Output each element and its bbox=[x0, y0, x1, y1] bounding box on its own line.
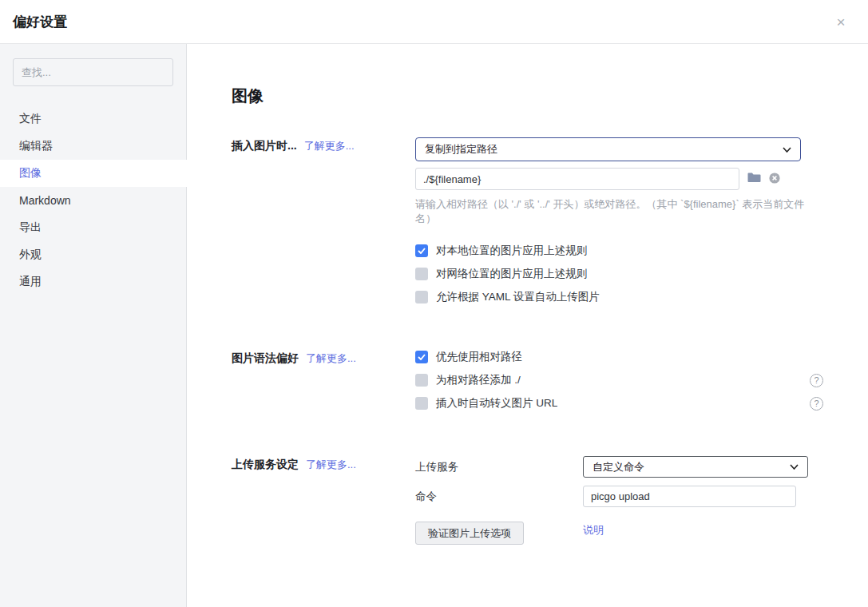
insert-image-label-col: 插入图片时... 了解更多... bbox=[232, 137, 415, 313]
chevron-down-icon bbox=[783, 147, 791, 153]
titlebar: 偏好设置 × bbox=[0, 0, 868, 44]
copy-action-value: 复制到指定路径 bbox=[425, 142, 497, 157]
checkbox-label: 优先使用相对路径 bbox=[436, 350, 522, 364]
upload-service-label: 上传服务 bbox=[415, 460, 583, 474]
section-heading: 图像 bbox=[232, 85, 823, 107]
insert-image-controls: 复制到指定路径 bbox=[415, 137, 823, 313]
upload-service-controls: 上传服务 自定义命令 命令 验证图 bbox=[415, 456, 823, 553]
sidebar-item-general[interactable]: 通用 bbox=[0, 268, 186, 296]
path-hint-text: 请输入相对路径（以 './' 或 '../' 开头）或绝对路径。（其中 `${f… bbox=[415, 197, 823, 226]
upload-service-section: 上传服务设定 了解更多... 上传服务 自定义命令 命令 bbox=[232, 456, 823, 553]
upload-service-label-col: 上传服务设定 了解更多... bbox=[232, 456, 415, 553]
checkbox-row-add-dot-slash[interactable]: 为相对路径添加 ./ ? bbox=[415, 373, 823, 387]
insert-image-section: 插入图片时... 了解更多... 复制到指定路径 bbox=[232, 137, 823, 313]
help-icon[interactable]: ? bbox=[810, 374, 823, 387]
checkbox-label: 允许根据 YAML 设置自动上传图片 bbox=[436, 290, 600, 304]
preferences-window: 偏好设置 × 文件 编辑器 图像 Markdown 导出 外观 通用 图像 插入… bbox=[0, 0, 868, 607]
upload-doc-link[interactable]: 说明 bbox=[583, 523, 604, 538]
sidebar-item-export[interactable]: 导出 bbox=[0, 214, 186, 241]
copy-action-select[interactable]: 复制到指定路径 bbox=[415, 137, 801, 161]
validate-upload-button[interactable]: 验证图片上传选项 bbox=[415, 522, 524, 545]
checkbox-yaml-upload[interactable] bbox=[415, 291, 428, 304]
page-title: 偏好设置 bbox=[13, 13, 67, 31]
sidebar-item-markdown[interactable]: Markdown bbox=[0, 187, 186, 214]
clear-path-button[interactable] bbox=[769, 173, 780, 186]
checkbox-row-escape-url[interactable]: 插入时自动转义图片 URL ? bbox=[415, 396, 823, 411]
image-syntax-label: 图片语法偏好 bbox=[232, 351, 299, 366]
validate-button-cell: 验证图片上传选项 bbox=[415, 515, 583, 545]
syntax-learn-more-link[interactable]: 了解更多... bbox=[306, 351, 356, 366]
sidebar-item-editor[interactable]: 编辑器 bbox=[0, 133, 186, 160]
browse-folder-button[interactable] bbox=[747, 173, 761, 185]
checkbox-label: 对本地位置的图片应用上述规则 bbox=[436, 244, 587, 258]
image-syntax-label-col: 图片语法偏好 了解更多... bbox=[232, 350, 415, 419]
command-label: 命令 bbox=[415, 490, 583, 504]
image-syntax-section: 图片语法偏好 了解更多... 优先使用相对路径 为相对路径添加 ./ ? bbox=[232, 350, 823, 419]
upload-service-section-label: 上传服务设定 bbox=[232, 458, 299, 472]
upload-service-value: 自定义命令 bbox=[593, 460, 644, 474]
insert-learn-more-link[interactable]: 了解更多... bbox=[304, 139, 355, 153]
checkbox-escape-url[interactable] bbox=[415, 397, 428, 410]
dialog-body: 文件 编辑器 图像 Markdown 导出 外观 通用 图像 插入图片时... … bbox=[0, 44, 868, 607]
command-row: 命令 bbox=[415, 486, 823, 507]
upload-learn-more-link[interactable]: 了解更多... bbox=[306, 458, 356, 472]
search-wrap bbox=[0, 58, 186, 86]
command-input[interactable] bbox=[583, 486, 796, 507]
content-panel: 图像 插入图片时... 了解更多... 复制到指定路径 bbox=[187, 44, 868, 607]
checkbox-add-dot-slash[interactable] bbox=[415, 374, 428, 387]
chevron-down-icon bbox=[790, 464, 799, 470]
checkbox-label: 为相对路径添加 ./ bbox=[436, 373, 521, 387]
checkbox-label: 对网络位置的图片应用上述规则 bbox=[436, 267, 587, 281]
checkbox-row-local-rule[interactable]: 对本地位置的图片应用上述规则 bbox=[415, 244, 823, 258]
search-input[interactable] bbox=[13, 58, 173, 86]
sidebar-item-files[interactable]: 文件 bbox=[0, 105, 186, 133]
sidebar-item-image[interactable]: 图像 bbox=[0, 160, 187, 187]
help-icon[interactable]: ? bbox=[810, 397, 823, 411]
checkbox-row-yaml-upload[interactable]: 允许根据 YAML 设置自动上传图片 bbox=[415, 290, 823, 304]
path-row bbox=[415, 168, 823, 190]
checkbox-row-network-rule[interactable]: 对网络位置的图片应用上述规则 bbox=[415, 267, 823, 281]
upload-service-select[interactable]: 自定义命令 bbox=[583, 456, 808, 478]
checkbox-row-prefer-relative[interactable]: 优先使用相对路径 bbox=[415, 350, 823, 364]
sidebar: 文件 编辑器 图像 Markdown 导出 外观 通用 bbox=[0, 44, 187, 607]
checkbox-prefer-relative[interactable] bbox=[415, 351, 428, 363]
path-input[interactable] bbox=[415, 168, 739, 190]
clear-circle-icon bbox=[769, 173, 780, 186]
close-icon: × bbox=[836, 14, 845, 31]
validate-row: 验证图片上传选项 说明 bbox=[415, 515, 823, 545]
image-syntax-controls: 优先使用相对路径 为相对路径添加 ./ ? 插入时自动转义图片 URL ? bbox=[415, 350, 823, 419]
folder-icon bbox=[747, 173, 761, 185]
checkbox-network-rule[interactable] bbox=[415, 268, 428, 280]
upload-service-row: 上传服务 自定义命令 bbox=[415, 456, 823, 478]
checkbox-local-rule[interactable] bbox=[415, 244, 428, 257]
checkbox-label: 插入时自动转义图片 URL bbox=[436, 396, 557, 411]
close-button[interactable]: × bbox=[831, 13, 850, 32]
sidebar-item-appearance[interactable]: 外观 bbox=[0, 241, 186, 268]
insert-when-label: 插入图片时... bbox=[232, 139, 297, 153]
